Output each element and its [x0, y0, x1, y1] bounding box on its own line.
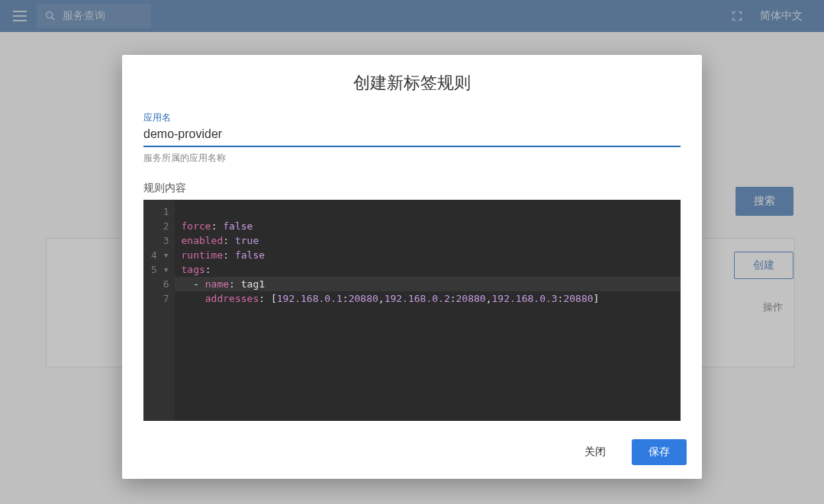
code-gutter: 1 2 3 4 ▾ 5 ▾ 6 7 [143, 200, 175, 421]
rule-code-editor[interactable]: 1 2 3 4 ▾ 5 ▾ 6 7 force: false enabled: … [143, 200, 681, 421]
modal-actions: 关闭 保存 [122, 429, 702, 479]
modal-body: 应用名 服务所属的应用名称 规则内容 1 2 3 4 ▾ 5 ▾ 6 7 for… [122, 108, 702, 429]
save-button[interactable]: 保存 [632, 439, 687, 465]
code-lines[interactable]: force: false enabled: true runtime: fals… [175, 200, 681, 421]
modal-title: 创建新标签规则 [122, 55, 702, 108]
create-tag-rule-modal: 创建新标签规则 应用名 服务所属的应用名称 规则内容 1 2 3 4 ▾ 5 ▾… [122, 55, 702, 479]
close-button[interactable]: 关闭 [568, 439, 623, 465]
app-name-hint: 服务所属的应用名称 [143, 152, 681, 165]
app-name-label: 应用名 [143, 111, 681, 124]
rule-content-label: 规则内容 [143, 181, 681, 195]
modal-overlay[interactable]: 创建新标签规则 应用名 服务所属的应用名称 规则内容 1 2 3 4 ▾ 5 ▾… [0, 0, 824, 504]
app-name-input[interactable] [143, 124, 681, 147]
